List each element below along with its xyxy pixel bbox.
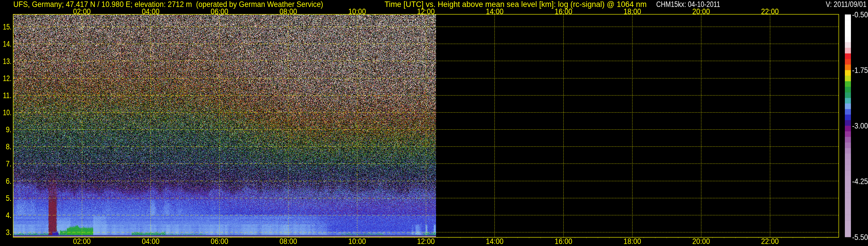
- svg-text:20:00: 20:00: [692, 7, 710, 16]
- svg-text:-5.50: -5.50: [852, 233, 868, 242]
- svg-text:16:00: 16:00: [555, 237, 572, 246]
- svg-text:06:00: 06:00: [211, 237, 228, 246]
- svg-text:-4.25: -4.25: [852, 177, 868, 186]
- svg-text:-1.75: -1.75: [852, 66, 868, 75]
- svg-text:14:00: 14:00: [486, 7, 503, 16]
- svg-text:CHM15kx: 04-10-2011: CHM15kx: 04-10-2011: [656, 0, 720, 9]
- svg-text:04:00: 04:00: [142, 237, 159, 246]
- svg-text:18:00: 18:00: [623, 237, 641, 246]
- svg-text:14.: 14.: [3, 40, 11, 48]
- svg-text:3.: 3.: [6, 228, 11, 237]
- svg-text:9.: 9.: [6, 125, 11, 134]
- svg-text:V: 2011/09/01: V: 2011/09/01: [826, 0, 867, 9]
- svg-text:5.: 5.: [6, 194, 11, 203]
- svg-text:22:00: 22:00: [761, 237, 779, 246]
- svg-text:08:00: 08:00: [279, 237, 297, 246]
- svg-text:8.: 8.: [6, 143, 11, 151]
- svg-text:12.: 12.: [3, 74, 11, 83]
- svg-text:-0.50: -0.50: [852, 10, 868, 19]
- svg-text:-3.00: -3.00: [852, 122, 868, 130]
- svg-text:10:00: 10:00: [348, 7, 366, 16]
- svg-text:4.: 4.: [6, 211, 11, 220]
- svg-text:6.: 6.: [6, 177, 11, 186]
- svg-text:02:00: 02:00: [73, 237, 91, 246]
- svg-text:12:00: 12:00: [417, 237, 435, 246]
- svg-text:08:00: 08:00: [279, 7, 297, 16]
- svg-text:16:00: 16:00: [555, 7, 572, 16]
- svg-text:04:00: 04:00: [142, 7, 159, 16]
- svg-text:UFS, Germany; 47.417 N / 10.98: UFS, Germany; 47.417 N / 10.980 E; eleva…: [13, 0, 323, 9]
- svg-text:12:00: 12:00: [417, 7, 435, 16]
- svg-text:13.: 13.: [3, 57, 11, 66]
- svg-text:15.: 15.: [3, 23, 11, 31]
- svg-text:06:00: 06:00: [211, 7, 228, 16]
- svg-text:18:00: 18:00: [623, 7, 641, 16]
- svg-text:14:00: 14:00: [486, 237, 503, 246]
- svg-text:02:00: 02:00: [73, 7, 91, 16]
- svg-text:20:00: 20:00: [692, 237, 710, 246]
- svg-text:22:00: 22:00: [761, 7, 779, 16]
- svg-text:11.: 11.: [3, 91, 11, 100]
- svg-text:10.: 10.: [3, 108, 11, 117]
- svg-text:7.: 7.: [6, 159, 11, 168]
- svg-text:10:00: 10:00: [348, 237, 366, 246]
